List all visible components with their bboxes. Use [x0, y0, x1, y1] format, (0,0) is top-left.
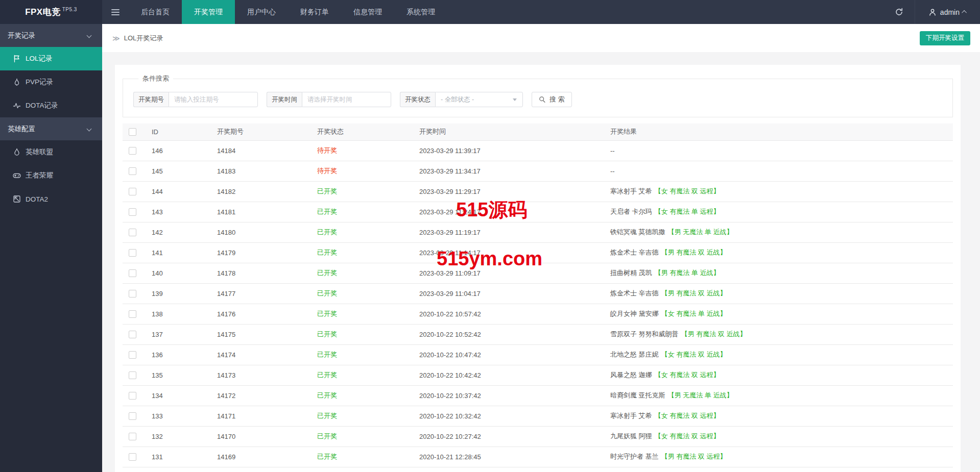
sidebar-item-label: PVP记录: [26, 78, 53, 87]
cell-period: 14183: [211, 161, 311, 181]
cell-time: 2020-10-21 12:28:45: [413, 446, 604, 467]
cell-time: 2023-03-29 11:09:17: [413, 263, 604, 283]
table-row: 13014168已开奖2020-10-21 12:23:45无双剑姬 菲奥娜【女…: [123, 467, 953, 472]
row-checkbox[interactable]: [129, 453, 136, 461]
sidebar-section-英雄配置[interactable]: 英雄配置: [0, 117, 102, 140]
cell-period: 14178: [211, 263, 311, 283]
person-icon: [928, 8, 937, 16]
sidebar-item-英雄联盟[interactable]: 英雄联盟: [0, 140, 102, 164]
cell-time: 2023-03-29 11:29:17: [413, 181, 604, 202]
select-all-checkbox[interactable]: [129, 128, 136, 136]
cell-result: 北地之怒 瑟庄妮【女 有魔法 双 近战】: [604, 344, 953, 365]
nav-tab-用户中心[interactable]: 用户中心: [235, 0, 288, 24]
table-row: 13114169已开奖2020-10-21 12:28:45时光守护者 基兰【男…: [123, 446, 953, 467]
row-checkbox[interactable]: [129, 249, 136, 257]
period-input-group: 开奖期号: [133, 92, 258, 107]
flag-icon: [13, 55, 21, 63]
sidebar-section-开奖记录[interactable]: 开奖记录: [0, 24, 102, 47]
row-checkbox[interactable]: [129, 290, 136, 297]
row-checkbox[interactable]: [129, 229, 136, 236]
status-select[interactable]: - 全部状态 -: [435, 92, 523, 107]
sidebar-item-label: 王者荣耀: [26, 171, 53, 180]
cell-status: 已开奖: [311, 365, 413, 385]
refresh-icon[interactable]: [883, 0, 915, 24]
sidebar: 开奖记录LOL记录PVP记录DOTA记录英雄配置英雄联盟王者荣耀DOTA2: [0, 24, 102, 472]
time-input-group: 开奖时间: [267, 92, 391, 107]
search-button-label: 搜 索: [549, 95, 565, 104]
next-draw-settings-button[interactable]: 下期开奖设置: [920, 31, 970, 45]
row-checkbox[interactable]: [129, 331, 136, 338]
cell-result: 无双剑姬 菲奥娜【女 无魔法 单 近战】: [604, 467, 953, 472]
status-select-group: 开奖状态 - 全部状态 -: [400, 92, 523, 107]
cell-status: 已开奖: [311, 263, 413, 283]
user-menu[interactable]: admin: [915, 0, 980, 24]
hamburger-icon[interactable]: [102, 0, 129, 24]
breadcrumb-bar: ≫ LOL开奖记录 下期开奖设置: [102, 24, 980, 52]
cell-id: 133: [146, 406, 211, 426]
column-status: 开奖状态: [311, 123, 413, 140]
breadcrumb-chevrons-icon: ≫: [112, 34, 120, 42]
row-checkbox[interactable]: [129, 412, 136, 420]
cell-result: 天启者 卡尔玛【女 有魔法 单 远程】: [604, 202, 953, 222]
time-input[interactable]: [302, 92, 391, 107]
cell-time: 2020-10-22 10:37:42: [413, 385, 604, 406]
row-checkbox[interactable]: [129, 208, 136, 216]
cell-id: 134: [146, 385, 211, 406]
cell-period: 14168: [211, 467, 311, 472]
row-checkbox[interactable]: [129, 147, 136, 155]
row-checkbox[interactable]: [129, 433, 136, 440]
cell-status: 已开奖: [311, 304, 413, 324]
row-checkbox[interactable]: [129, 392, 136, 400]
cell-result: 扭曲树精 茂凯【男 有魔法 单 近战】: [604, 263, 953, 283]
nav-tab-后台首页[interactable]: 后台首页: [129, 0, 182, 24]
cell-status: 已开奖: [311, 344, 413, 365]
cell-result: 寒冰射手 艾希【女 有魔法 双 远程】: [604, 181, 953, 202]
row-checkbox[interactable]: [129, 269, 136, 277]
cell-result: 雪原双子 努努和威朗普【男 有魔法 双 近战】: [604, 324, 953, 344]
record-card: 条件搜索 开奖期号 开奖时间 开奖状态 -: [115, 65, 961, 472]
app-logo[interactable]: FPX电竞 TP5.3: [0, 0, 102, 24]
row-checkbox[interactable]: [129, 371, 136, 379]
nav-tab-财务订单[interactable]: 财务订单: [288, 0, 341, 24]
search-panel: 条件搜索 开奖期号 开奖时间 开奖状态 -: [123, 74, 953, 117]
chevron-down-icon: [87, 127, 92, 132]
nav-tab-开奖管理[interactable]: 开奖管理: [182, 0, 235, 24]
sidebar-item-王者荣耀[interactable]: 王者荣耀: [0, 164, 102, 187]
cell-result: 时光守护者 基兰【男 有魔法 双 远程】: [604, 446, 953, 467]
cell-id: 146: [146, 140, 211, 161]
cell-time: 2020-10-22 10:57:42: [413, 304, 604, 324]
table-row: 14014178已开奖2023-03-29 11:09:17扭曲树精 茂凯【男 …: [123, 263, 953, 283]
dota2-icon: [13, 195, 21, 203]
cell-id: 130: [146, 467, 211, 472]
row-checkbox[interactable]: [129, 310, 136, 318]
sidebar-item-LOL记录[interactable]: LOL记录: [0, 47, 102, 70]
cell-period: 14181: [211, 202, 311, 222]
cell-period: 14170: [211, 426, 311, 446]
app-title: FPX电竞: [25, 6, 61, 18]
cell-status: 已开奖: [311, 385, 413, 406]
sidebar-item-label: LOL记录: [26, 54, 53, 63]
row-checkbox[interactable]: [129, 351, 136, 359]
cell-id: 141: [146, 242, 211, 263]
search-panel-title: 条件搜索: [138, 74, 173, 83]
cell-period: 14171: [211, 406, 311, 426]
nav-tab-信息管理[interactable]: 信息管理: [341, 0, 394, 24]
sidebar-item-PVP记录[interactable]: PVP记录: [0, 70, 102, 94]
table-row: 13714175已开奖2020-10-22 10:52:42雪原双子 努努和威朗…: [123, 324, 953, 344]
row-checkbox[interactable]: [129, 167, 136, 175]
cell-time: 2020-10-22 10:27:42: [413, 426, 604, 446]
sidebar-item-DOTA2[interactable]: DOTA2: [0, 187, 102, 211]
table-row: 13614174已开奖2020-10-22 10:47:42北地之怒 瑟庄妮【女…: [123, 344, 953, 365]
row-checkbox[interactable]: [129, 188, 136, 195]
sidebar-item-DOTA记录[interactable]: DOTA记录: [0, 94, 102, 117]
status-select-value: - 全部状态 -: [441, 95, 474, 104]
cell-time: 2023-03-29 11:04:17: [413, 283, 604, 304]
cell-status: 已开奖: [311, 406, 413, 426]
nav-tab-系统管理[interactable]: 系统管理: [394, 0, 447, 24]
cell-period: 14179: [211, 242, 311, 263]
cell-time: 2023-03-29 11:39:17: [413, 140, 604, 161]
period-input[interactable]: [169, 92, 258, 107]
period-label: 开奖期号: [133, 92, 169, 107]
cell-result: 风暴之怒 迦娜【女 有魔法 双 远程】: [604, 365, 953, 385]
search-button[interactable]: 搜 索: [532, 92, 572, 107]
